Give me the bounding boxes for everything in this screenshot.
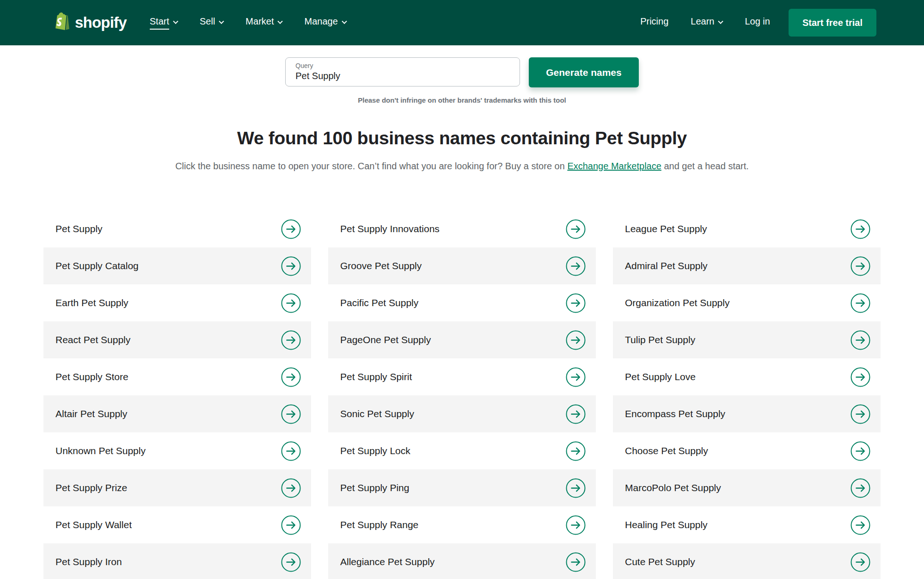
arrow-right-icon	[566, 293, 586, 313]
arrow-right-icon	[281, 330, 301, 350]
chevron-down-icon	[342, 19, 347, 24]
nav-item-login[interactable]: Log in	[745, 16, 770, 30]
business-name-row[interactable]: MarcoPolo Pet Supply	[613, 469, 881, 506]
business-name-label: Pet Supply Catalog	[55, 260, 139, 271]
arrow-right-icon	[851, 293, 870, 313]
business-name-row[interactable]: Groove Pet Supply	[328, 247, 596, 284]
business-name-row[interactable]: Choose Pet Supply	[613, 432, 881, 469]
arrow-right-icon	[566, 478, 586, 498]
business-name-label: Unknown Pet Supply	[55, 445, 146, 456]
business-name-label: Pet Supply Ping	[340, 482, 409, 493]
chevron-down-icon	[278, 19, 283, 24]
business-name-row[interactable]: Pet Supply Innovations	[328, 210, 596, 247]
main-nav: Start Sell Market Manage	[150, 16, 346, 30]
results-subtitle: Click the business name to open your sto…	[0, 161, 924, 172]
exchange-marketplace-link[interactable]: Exchange Marketplace	[567, 161, 661, 171]
business-name-row[interactable]: PageOne Pet Supply	[328, 321, 596, 358]
business-name-row[interactable]: Admiral Pet Supply	[613, 247, 881, 284]
business-name-label: Pet Supply Store	[55, 371, 129, 382]
arrow-right-icon	[566, 330, 586, 350]
query-input[interactable]	[295, 71, 510, 81]
arrow-right-icon	[281, 293, 301, 313]
arrow-right-icon	[281, 219, 301, 239]
business-name-label: Cute Pet Supply	[625, 556, 695, 567]
business-name-row[interactable]: Pet Supply	[43, 210, 311, 247]
business-name-label: Earth Pet Supply	[55, 297, 129, 308]
arrow-right-icon	[851, 219, 870, 239]
results-column: Pet Supply InnovationsGroove Pet SupplyP…	[328, 210, 596, 579]
arrow-right-icon	[566, 404, 586, 424]
business-name-row[interactable]: Organization Pet Supply	[613, 284, 881, 321]
business-name-label: Groove Pet Supply	[340, 260, 422, 271]
business-name-row[interactable]: Earth Pet Supply	[43, 284, 311, 321]
business-name-row[interactable]: Pet Supply Wallet	[43, 506, 311, 543]
nav-item-sell[interactable]: Sell	[200, 16, 223, 30]
arrow-right-icon	[566, 256, 586, 276]
business-name-row[interactable]: Pet Supply Ping	[328, 469, 596, 506]
business-name-row[interactable]: Cute Pet Supply	[613, 543, 881, 579]
business-name-row[interactable]: Pet Supply Prize	[43, 469, 311, 506]
business-name-label: Encompass Pet Supply	[625, 408, 725, 419]
arrow-right-icon	[281, 478, 301, 498]
arrow-right-icon	[281, 404, 301, 424]
arrow-right-icon	[851, 367, 870, 387]
business-name-label: Pet Supply Range	[340, 519, 418, 530]
business-name-label: Pacific Pet Supply	[340, 297, 418, 308]
query-field[interactable]: Query	[285, 57, 520, 86]
arrow-right-icon	[851, 552, 870, 572]
nav-item-start[interactable]: Start	[150, 16, 177, 30]
business-name-label: Pet Supply Innovations	[340, 223, 440, 234]
start-free-trial-button[interactable]: Start free trial	[789, 9, 876, 37]
business-name-label: Healing Pet Supply	[625, 519, 708, 530]
business-name-row[interactable]: Altair Pet Supply	[43, 395, 311, 432]
business-name-label: Pet Supply Prize	[55, 482, 127, 493]
business-name-row[interactable]: Encompass Pet Supply	[613, 395, 881, 432]
shopify-bag-icon	[52, 12, 70, 34]
top-navigation-bar: shopify Start Sell Market Manage Pricing…	[0, 0, 924, 45]
business-name-row[interactable]: Pet Supply Spirit	[328, 358, 596, 395]
business-name-label: Allegiance Pet Supply	[340, 556, 434, 567]
business-name-row[interactable]: Pet Supply Iron	[43, 543, 311, 579]
nav-item-pricing[interactable]: Pricing	[640, 16, 668, 30]
business-name-row[interactable]: Tulip Pet Supply	[613, 321, 881, 358]
business-name-row[interactable]: React Pet Supply	[43, 321, 311, 358]
query-field-label: Query	[295, 62, 510, 69]
arrow-right-icon	[566, 441, 586, 461]
business-name-row[interactable]: Pacific Pet Supply	[328, 284, 596, 321]
name-generator-page: Query Generate names Please don't infrin…	[0, 57, 924, 579]
business-name-label: Organization Pet Supply	[625, 297, 729, 308]
arrow-right-icon	[281, 256, 301, 276]
nav-item-manage[interactable]: Manage	[304, 16, 346, 30]
results-subtitle-text: and get a head start.	[661, 161, 749, 171]
business-name-row[interactable]: Pet Supply Love	[613, 358, 881, 395]
shopify-logo[interactable]: shopify	[52, 12, 127, 34]
business-name-row[interactable]: Sonic Pet Supply	[328, 395, 596, 432]
shopify-wordmark: shopify	[75, 14, 127, 31]
secondary-nav: Pricing Learn Log in Start free trial	[640, 9, 876, 37]
arrow-right-icon	[281, 367, 301, 387]
business-name-row[interactable]: Pet Supply Store	[43, 358, 311, 395]
business-name-row[interactable]: Pet Supply Catalog	[43, 247, 311, 284]
chevron-down-icon	[718, 19, 723, 24]
generate-names-button[interactable]: Generate names	[529, 57, 638, 87]
business-name-label: Sonic Pet Supply	[340, 408, 414, 419]
business-name-label: Pet Supply Wallet	[55, 519, 132, 530]
business-name-label: Altair Pet Supply	[55, 408, 127, 419]
results-grid: Pet SupplyPet Supply CatalogEarth Pet Su…	[43, 210, 881, 579]
business-name-row[interactable]: League Pet Supply	[613, 210, 881, 247]
results-column: Pet SupplyPet Supply CatalogEarth Pet Su…	[43, 210, 311, 579]
business-name-row[interactable]: Pet Supply Range	[328, 506, 596, 543]
arrow-right-icon	[281, 441, 301, 461]
business-name-row[interactable]: Pet Supply Lock	[328, 432, 596, 469]
business-name-row[interactable]: Allegiance Pet Supply	[328, 543, 596, 579]
business-name-label: Choose Pet Supply	[625, 445, 708, 456]
business-name-row[interactable]: Healing Pet Supply	[613, 506, 881, 543]
query-section: Query Generate names	[0, 57, 924, 87]
arrow-right-icon	[851, 256, 870, 276]
arrow-right-icon	[566, 552, 586, 572]
arrow-right-icon	[281, 515, 301, 535]
nav-item-learn[interactable]: Learn	[691, 16, 722, 30]
business-name-row[interactable]: Unknown Pet Supply	[43, 432, 311, 469]
nav-item-market[interactable]: Market	[245, 16, 282, 30]
chevron-down-icon	[219, 19, 224, 24]
